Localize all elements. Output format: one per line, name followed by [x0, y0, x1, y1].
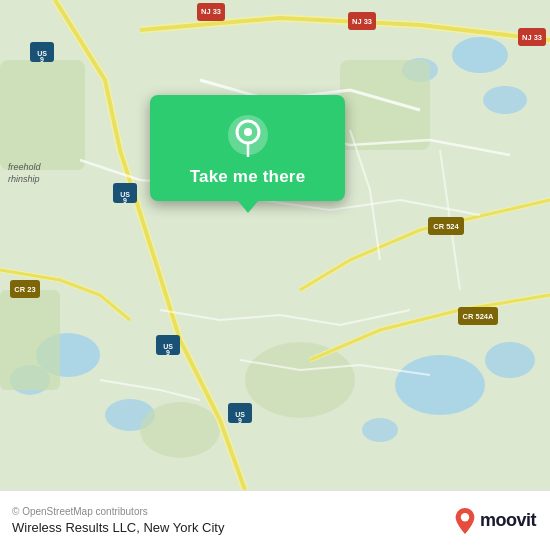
svg-point-7 [485, 342, 535, 378]
svg-rect-10 [0, 60, 85, 170]
svg-point-8 [362, 418, 398, 442]
svg-rect-11 [340, 60, 430, 150]
svg-text:CR 23: CR 23 [14, 285, 35, 294]
take-me-there-button[interactable]: Take me there [190, 167, 306, 187]
bottom-bar: © OpenStreetMap contributors Wireless Re… [0, 490, 550, 550]
location-label: Wireless Results LLC, New York City [12, 520, 224, 535]
svg-text:9: 9 [238, 417, 242, 424]
svg-text:freehold: freehold [8, 162, 42, 172]
svg-text:9: 9 [166, 349, 170, 356]
svg-text:9: 9 [123, 197, 127, 204]
svg-point-43 [244, 128, 252, 136]
svg-point-6 [395, 355, 485, 415]
map-background: US 9 NJ 33 NJ 33 NJ 33 US 9 US 9 US 9 CR… [0, 0, 550, 490]
location-pin-icon [226, 113, 270, 157]
svg-rect-12 [0, 290, 60, 390]
tooltip-card[interactable]: Take me there [150, 95, 345, 201]
svg-text:NJ 33: NJ 33 [201, 7, 221, 16]
copyright-text: © OpenStreetMap contributors [12, 506, 224, 517]
svg-point-1 [452, 37, 508, 73]
svg-point-44 [461, 513, 469, 521]
svg-text:CR 524A: CR 524A [463, 312, 494, 321]
svg-point-13 [245, 342, 355, 418]
svg-text:NJ 33: NJ 33 [352, 17, 372, 26]
moovit-pin-icon [454, 507, 476, 535]
svg-text:NJ 33: NJ 33 [522, 33, 542, 42]
map-container: US 9 NJ 33 NJ 33 NJ 33 US 9 US 9 US 9 CR… [0, 0, 550, 490]
moovit-logo: moovit [454, 507, 536, 535]
svg-point-3 [483, 86, 527, 114]
svg-text:rhinship: rhinship [8, 174, 40, 184]
moovit-label: moovit [480, 510, 536, 531]
svg-point-14 [140, 402, 220, 458]
bottom-left-info: © OpenStreetMap contributors Wireless Re… [12, 506, 224, 535]
svg-text:CR 524: CR 524 [433, 222, 459, 231]
svg-text:9: 9 [40, 56, 44, 63]
